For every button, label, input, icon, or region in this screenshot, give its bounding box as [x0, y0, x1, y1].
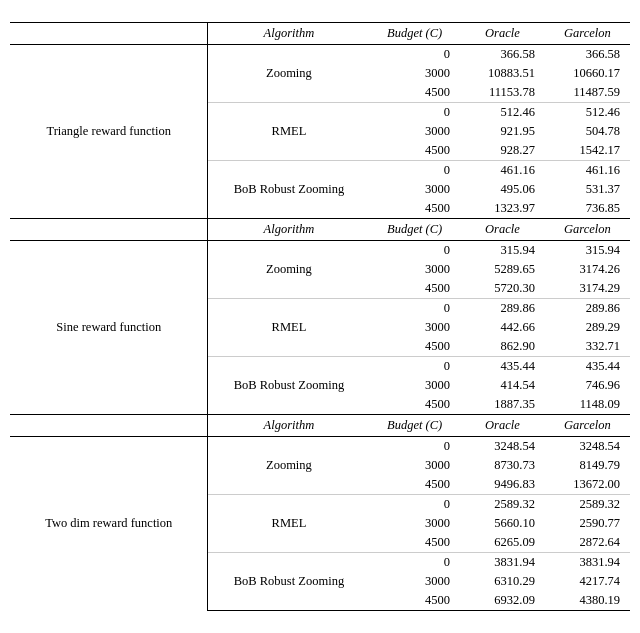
oracle-cell: 435.44 [460, 357, 545, 377]
table-header-row: AlgorithmBudget (C)OracleGarcelon [10, 415, 630, 437]
oracle-cell: 1323.97 [460, 199, 545, 219]
budget-cell: 0 [369, 437, 460, 457]
budget-cell: 3000 [369, 260, 460, 279]
oracle-cell: 6932.09 [460, 591, 545, 611]
algo-cell: RMEL [208, 495, 369, 553]
oracle-cell: 2589.32 [460, 495, 545, 515]
oracle-cell: 461.16 [460, 161, 545, 181]
oracle-cell: 10883.51 [460, 64, 545, 83]
budget-cell: 3000 [369, 122, 460, 141]
oracle-cell: 289.86 [460, 299, 545, 319]
garcelon-cell: 1148.09 [545, 395, 630, 415]
empty-corner [10, 23, 208, 45]
header-garcelon: Garcelon [545, 23, 630, 45]
oracle-cell: 6310.29 [460, 572, 545, 591]
budget-cell: 0 [369, 495, 460, 515]
oracle-cell: 414.54 [460, 376, 545, 395]
garcelon-cell: 315.94 [545, 241, 630, 261]
budget-cell: 4500 [369, 475, 460, 495]
budget-cell: 0 [369, 161, 460, 181]
garcelon-cell: 3831.94 [545, 553, 630, 573]
algo-cell: Zooming [208, 437, 369, 495]
header-algorithm: Algorithm [208, 415, 369, 437]
garcelon-cell: 13672.00 [545, 475, 630, 495]
oracle-cell: 512.46 [460, 103, 545, 123]
header-garcelon: Garcelon [545, 415, 630, 437]
budget-cell: 0 [369, 553, 460, 573]
budget-cell: 0 [369, 45, 460, 65]
main-table-container: AlgorithmBudget (C)OracleGarcelonTriangl… [10, 22, 630, 611]
garcelon-cell: 3248.54 [545, 437, 630, 457]
budget-cell: 0 [369, 241, 460, 261]
header-algorithm: Algorithm [208, 23, 369, 45]
oracle-cell: 5289.65 [460, 260, 545, 279]
oracle-cell: 495.06 [460, 180, 545, 199]
header-algorithm: Algorithm [208, 219, 369, 241]
oracle-cell: 928.27 [460, 141, 545, 161]
garcelon-cell: 289.86 [545, 299, 630, 319]
budget-cell: 3000 [369, 376, 460, 395]
budget-cell: 4500 [369, 199, 460, 219]
garcelon-cell: 435.44 [545, 357, 630, 377]
oracle-cell: 442.66 [460, 318, 545, 337]
results-table: AlgorithmBudget (C)OracleGarcelonTriangl… [10, 22, 630, 611]
garcelon-cell: 4217.74 [545, 572, 630, 591]
garcelon-cell: 531.37 [545, 180, 630, 199]
algo-cell: BoB Robust Zooming [208, 357, 369, 415]
algo-cell: Zooming [208, 241, 369, 299]
oracle-cell: 315.94 [460, 241, 545, 261]
header-oracle: Oracle [460, 219, 545, 241]
budget-cell: 4500 [369, 279, 460, 299]
oracle-cell: 366.58 [460, 45, 545, 65]
header-budget: Budget (C) [369, 219, 460, 241]
budget-cell: 3000 [369, 64, 460, 83]
oracle-cell: 9496.83 [460, 475, 545, 495]
budget-cell: 3000 [369, 456, 460, 475]
oracle-cell: 3831.94 [460, 553, 545, 573]
header-garcelon: Garcelon [545, 219, 630, 241]
garcelon-cell: 2590.77 [545, 514, 630, 533]
garcelon-cell: 3174.26 [545, 260, 630, 279]
section-label: Sine reward function [10, 241, 208, 415]
header-budget: Budget (C) [369, 415, 460, 437]
garcelon-cell: 504.78 [545, 122, 630, 141]
garcelon-cell: 512.46 [545, 103, 630, 123]
garcelon-cell: 332.71 [545, 337, 630, 357]
budget-cell: 0 [369, 357, 460, 377]
oracle-cell: 5720.30 [460, 279, 545, 299]
garcelon-cell: 736.85 [545, 199, 630, 219]
table-row: Sine reward functionZooming0315.94315.94 [10, 241, 630, 261]
budget-cell: 3000 [369, 180, 460, 199]
budget-cell: 4500 [369, 395, 460, 415]
header-oracle: Oracle [460, 23, 545, 45]
garcelon-cell: 10660.17 [545, 64, 630, 83]
algo-cell: BoB Robust Zooming [208, 161, 369, 219]
budget-cell: 4500 [369, 83, 460, 103]
garcelon-cell: 746.96 [545, 376, 630, 395]
oracle-cell: 11153.78 [460, 83, 545, 103]
algo-cell: RMEL [208, 299, 369, 357]
garcelon-cell: 366.58 [545, 45, 630, 65]
budget-cell: 4500 [369, 533, 460, 553]
table-header-row: AlgorithmBudget (C)OracleGarcelon [10, 219, 630, 241]
header-budget: Budget (C) [369, 23, 460, 45]
oracle-cell: 8730.73 [460, 456, 545, 475]
algo-cell: RMEL [208, 103, 369, 161]
header-oracle: Oracle [460, 415, 545, 437]
garcelon-cell: 2872.64 [545, 533, 630, 553]
garcelon-cell: 11487.59 [545, 83, 630, 103]
garcelon-cell: 4380.19 [545, 591, 630, 611]
budget-cell: 4500 [369, 337, 460, 357]
garcelon-cell: 8149.79 [545, 456, 630, 475]
budget-cell: 4500 [369, 141, 460, 161]
table-row: Triangle reward functionZooming0366.5836… [10, 45, 630, 65]
algo-cell: BoB Robust Zooming [208, 553, 369, 611]
budget-cell: 3000 [369, 572, 460, 591]
section-label: Triangle reward function [10, 45, 208, 219]
garcelon-cell: 1542.17 [545, 141, 630, 161]
oracle-cell: 1887.35 [460, 395, 545, 415]
algo-cell: Zooming [208, 45, 369, 103]
garcelon-cell: 3174.29 [545, 279, 630, 299]
oracle-cell: 862.90 [460, 337, 545, 357]
table-row: Two dim reward functionZooming03248.5432… [10, 437, 630, 457]
